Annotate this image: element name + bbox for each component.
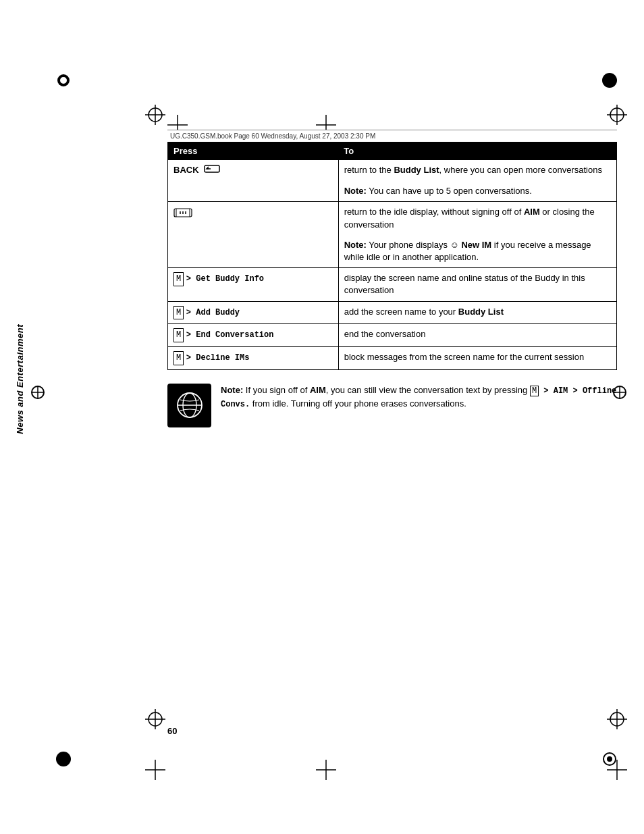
buddy-list-bold-2: Buddy List xyxy=(458,307,504,317)
to-cell-getbuddy: display the screen name and online statu… xyxy=(338,268,616,301)
note-label-2: Note: xyxy=(344,240,367,250)
note-label-3: Note: xyxy=(221,385,243,395)
table-row-endconv: M > End Conversation end the conversatio… xyxy=(168,324,617,347)
to-cell-addbuddy: add the screen name to your Buddy List xyxy=(338,301,616,324)
corner-circle-tl xyxy=(56,73,71,88)
press-cell-endconv: M > End Conversation xyxy=(168,324,339,347)
offline-convs-label: > AIM > Offline Convs. xyxy=(221,386,616,410)
press-cell-addbuddy: M > Add Buddy xyxy=(168,301,339,324)
note-label-1: Note: xyxy=(344,186,367,196)
menu-key-endconv: M xyxy=(173,328,184,342)
menu-key-note: M xyxy=(530,386,539,396)
svg-point-13 xyxy=(60,77,67,84)
press-cell-end-empty xyxy=(168,235,339,268)
to-cell-back-1: return to the Buddy List, where you can … xyxy=(338,160,616,182)
globe-icon xyxy=(175,390,205,420)
press-cell-getbuddy: M > Get Buddy Info xyxy=(168,268,339,301)
press-cell-back-empty xyxy=(168,181,339,202)
table-row-end: return to the idle display, without sign… xyxy=(168,202,617,235)
press-cell-back: BACK xyxy=(168,160,339,182)
corner-circle-ml xyxy=(30,385,45,400)
corner-circle-bl xyxy=(56,752,71,766)
reg-mark-top-left xyxy=(145,105,165,125)
table-row: BACK return to the Buddy List, where you… xyxy=(168,160,617,182)
back-icon xyxy=(204,164,220,177)
table-row-getbuddy: M > Get Buddy Info display the screen na… xyxy=(168,268,617,301)
svg-point-14 xyxy=(602,73,617,88)
decline-label: > Decline IMs xyxy=(186,353,250,363)
reg-mark-bottom-left xyxy=(145,709,165,729)
col-to-header: To xyxy=(338,142,616,160)
menu-key-addbuddy: M xyxy=(173,306,184,320)
main-content: Press To BACK return xyxy=(167,142,617,712)
new-im-bold: New IM xyxy=(461,240,491,250)
svg-point-27 xyxy=(56,752,71,766)
table-row-addbuddy: M > Add Buddy add the screen name to you… xyxy=(168,301,617,324)
press-table: Press To BACK return xyxy=(167,142,617,370)
reg-cross-bm xyxy=(316,760,336,780)
press-cell-decline: M > Decline IMs xyxy=(168,347,339,370)
note-text: Note: If you sign off of AIM, you can st… xyxy=(221,384,617,411)
sidebar-label: News and Entertainment xyxy=(15,324,25,434)
page-number: 60 xyxy=(167,726,177,736)
menu-key-decline: M xyxy=(173,351,184,365)
header-text: UG.C350.GSM.book Page 60 Wednesday, Augu… xyxy=(170,132,375,140)
endconv-label: > End Conversation xyxy=(186,330,274,340)
to-cell-endconv: end the conversation xyxy=(338,324,616,347)
note-section: Note: If you sign off of AIM, you can st… xyxy=(167,384,617,427)
press-cell-end xyxy=(168,202,339,235)
table-row-end-note: Note: Your phone displays ☺ New IM if yo… xyxy=(168,235,617,268)
to-cell-end-2: Note: Your phone displays ☺ New IM if yo… xyxy=(338,235,616,268)
col-press-header: Press xyxy=(168,142,339,160)
aim-bold-2: AIM xyxy=(310,385,326,395)
to-cell-end-1: return to the idle display, without sign… xyxy=(338,202,616,235)
corner-circle-tr xyxy=(602,73,617,88)
menu-key-getbuddy: M xyxy=(173,272,184,286)
getbuddy-label: > Get Buddy Info xyxy=(186,274,264,284)
buddy-list-bold: Buddy List xyxy=(394,165,439,175)
back-label: BACK xyxy=(173,165,199,175)
globe-icon-box xyxy=(167,384,211,427)
end-key-icon xyxy=(173,211,192,221)
header-bar: UG.C350.GSM.book Page 60 Wednesday, Augu… xyxy=(167,130,617,142)
table-row-decline: M > Decline IMs block messages from the … xyxy=(168,347,617,370)
addbuddy-label: > Add Buddy xyxy=(186,308,240,317)
table-row-back-note: Note: You can have up to 5 open conversa… xyxy=(168,181,617,202)
to-cell-back-2: Note: You can have up to 5 open conversa… xyxy=(338,181,616,202)
svg-point-29 xyxy=(607,756,612,762)
corner-circle-br xyxy=(602,752,617,766)
reg-cross-bl xyxy=(145,760,165,780)
reg-mark-top-right xyxy=(607,105,627,125)
aim-bold-1: AIM xyxy=(524,207,540,217)
to-cell-decline: block messages from the screen name for … xyxy=(338,347,616,370)
